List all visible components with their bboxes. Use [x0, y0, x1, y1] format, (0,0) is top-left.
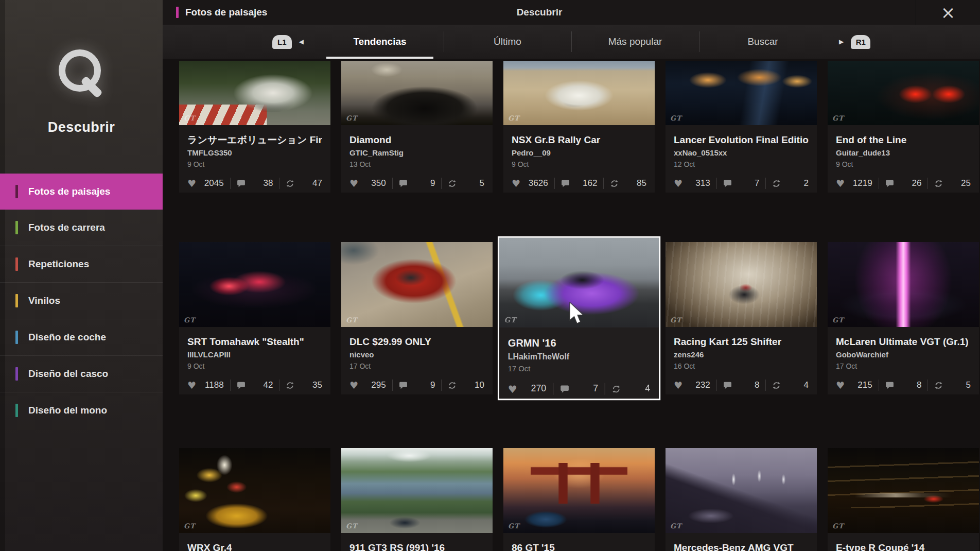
next-tab-arrow-icon[interactable]: ▶ — [839, 38, 844, 45]
photo-card[interactable]: GT End of the Line Guitar_dude13 9 Oct ♥… — [828, 61, 979, 193]
photo-title: End of the Line — [836, 134, 971, 146]
comments-count: 38 — [263, 178, 273, 188]
likes-count: 3626 — [529, 178, 548, 188]
comment-icon — [885, 381, 894, 390]
shares-count: 85 — [637, 178, 646, 188]
likes-count: 2045 — [204, 178, 224, 188]
photo-date: 9 Oct — [187, 160, 322, 169]
sidebar-item[interactable]: Fotos de paisajes — [0, 174, 163, 210]
comments-count: 8 — [917, 380, 921, 390]
gt-watermark-icon: GT — [832, 316, 844, 324]
photo-row: GT WRX Gr.4 GT 911 GT3 RS (991) '16 GT 8… — [179, 448, 979, 551]
stat-divider — [392, 178, 393, 189]
photo-card-info: Mercedes-Benz AMG VGT — [666, 533, 817, 551]
l1-button-icon[interactable]: L1 — [272, 35, 292, 49]
stat-divider — [554, 178, 555, 189]
photo-card-info: WRX Gr.4 — [179, 533, 330, 551]
tab-strip: Tendencias Último Más popular Buscar — [316, 25, 827, 59]
sidebar-item[interactable]: Diseño del casco — [0, 355, 163, 392]
photo-thumbnail: GT — [341, 61, 493, 125]
heart-icon: ♥ — [674, 179, 682, 188]
photo-stats: ♥ 270 7 4 — [508, 379, 650, 399]
tab[interactable]: Buscar — [699, 25, 827, 59]
sidebar-item-label: Diseño del casco — [28, 368, 108, 380]
comments-count: 26 — [912, 178, 921, 188]
shares-count: 4 — [645, 384, 650, 394]
r1-button-icon[interactable]: R1 — [851, 35, 870, 49]
shares-stat: 25 — [934, 178, 971, 188]
shares-stat: 4 — [772, 380, 809, 390]
heart-icon: ♥ — [512, 179, 520, 188]
sidebar: Descubrir Fotos de paisajes Fotos de car… — [0, 0, 163, 551]
close-button[interactable]: × — [932, 1, 965, 24]
tab[interactable]: Último — [444, 25, 571, 59]
photo-card[interactable]: GT ランサーエボリューション Final ... TMFLGS350 9 Oc… — [179, 61, 330, 193]
photo-card[interactable]: GT Racing Kart 125 Shifter zens246 16 Oc… — [666, 242, 817, 394]
photo-stats: ♥ 1219 26 25 — [836, 174, 971, 193]
photo-author: Guitar_dude13 — [836, 148, 971, 158]
photo-card-info: Diamond GTIC_RamStig 13 Oct ♥ 350 9 — [341, 125, 493, 193]
repost-icon — [934, 381, 943, 390]
shares-stat: 5 — [934, 380, 971, 390]
heart-icon: ♥ — [187, 381, 196, 390]
stat-divider — [765, 380, 766, 391]
photo-card[interactable]: GT E-type R Coupé '14 — [828, 448, 979, 551]
photo-card-info: Lancer Evolution Final Edition G xxNao_0… — [666, 125, 817, 193]
photo-card[interactable]: GT Mercedes-Benz AMG VGT — [666, 448, 817, 551]
photo-grid: GT ランサーエボリューション Final ... TMFLGS350 9 Oc… — [163, 59, 980, 551]
photo-card[interactable]: GT Lancer Evolution Final Edition G xxNa… — [666, 61, 817, 193]
sidebar-item-label: Repeticiones — [28, 259, 89, 270]
sidebar-item[interactable]: Vinilos — [0, 282, 163, 319]
sidebar-item[interactable]: Repeticiones — [0, 246, 163, 282]
comments-stat: 42 — [237, 380, 273, 390]
sidebar-item-label: Fotos de paisajes — [28, 186, 110, 197]
stat-divider — [765, 178, 766, 189]
likes-count: 295 — [371, 380, 386, 390]
photo-card[interactable]: GT GRMN '16 LHakimTheWolf 17 Oct ♥ 270 7 — [499, 238, 659, 399]
sidebar-item[interactable]: Fotos de carrera — [0, 210, 163, 246]
comments-stat: 162 — [561, 178, 598, 188]
photo-title: Diamond — [349, 134, 484, 146]
comments-count: 7 — [593, 384, 598, 394]
photo-card[interactable]: GT NSX Gr.B Rally Car Pedro__09 9 Oct ♥ … — [503, 61, 655, 193]
search-icon — [54, 45, 109, 107]
tab-label: Buscar — [747, 36, 778, 47]
likes-count: 350 — [371, 178, 386, 188]
photo-card[interactable]: GT McLaren Ultimate VGT (Gr.1) GoboWarch… — [828, 242, 979, 394]
comment-icon — [560, 384, 569, 393]
tab[interactable]: Tendencias — [316, 25, 444, 59]
category-color-bar — [15, 221, 18, 234]
prev-tab-arrow-icon[interactable]: ◀ — [299, 38, 304, 45]
sidebar-item-label: Vinilos — [28, 295, 60, 306]
photo-author: TMFLGS350 — [187, 148, 322, 158]
photo-thumbnail: GT — [179, 61, 330, 125]
tab-label: Último — [494, 36, 521, 47]
likes-stat: ♥ 1219 — [836, 178, 872, 188]
sidebar-item[interactable]: Diseño de coche — [0, 319, 163, 355]
comments-count: 9 — [430, 178, 435, 188]
likes-count: 1219 — [853, 178, 872, 188]
stat-divider — [230, 178, 231, 189]
photo-card[interactable]: GT Diamond GTIC_RamStig 13 Oct ♥ 350 9 — [341, 61, 493, 193]
gt-watermark-icon: GT — [346, 114, 358, 122]
likes-stat: ♥ 313 — [674, 178, 710, 188]
photo-title: 86 GT '15 — [512, 542, 646, 551]
heart-icon: ♥ — [836, 179, 845, 188]
photo-card[interactable]: GT 86 GT '15 — [503, 448, 655, 551]
tab[interactable]: Más popular — [571, 25, 699, 59]
comment-icon — [723, 179, 732, 188]
repost-icon — [612, 384, 621, 393]
shares-stat: 35 — [286, 380, 322, 390]
shares-count: 5 — [966, 380, 971, 390]
photo-thumbnail: GT — [179, 448, 330, 533]
photo-card[interactable]: GT DLC $29.99 ONLY nicveo 17 Oct ♥ 295 9 — [341, 242, 493, 394]
photo-card[interactable]: GT 911 GT3 RS (991) '16 — [341, 448, 493, 551]
photo-card[interactable]: GT SRT Tomahawk "Stealth" IIILVLCAPIII 9… — [179, 242, 330, 394]
gt-watermark-icon: GT — [184, 522, 196, 530]
photo-title: WRX Gr.4 — [187, 542, 322, 551]
gt-watermark-icon: GT — [508, 114, 520, 122]
photo-card[interactable]: GT WRX Gr.4 — [179, 448, 330, 551]
sidebar-item[interactable]: Diseño del mono — [0, 392, 163, 428]
gt-watermark-icon: GT — [670, 316, 682, 324]
heart-icon: ♥ — [187, 179, 196, 188]
